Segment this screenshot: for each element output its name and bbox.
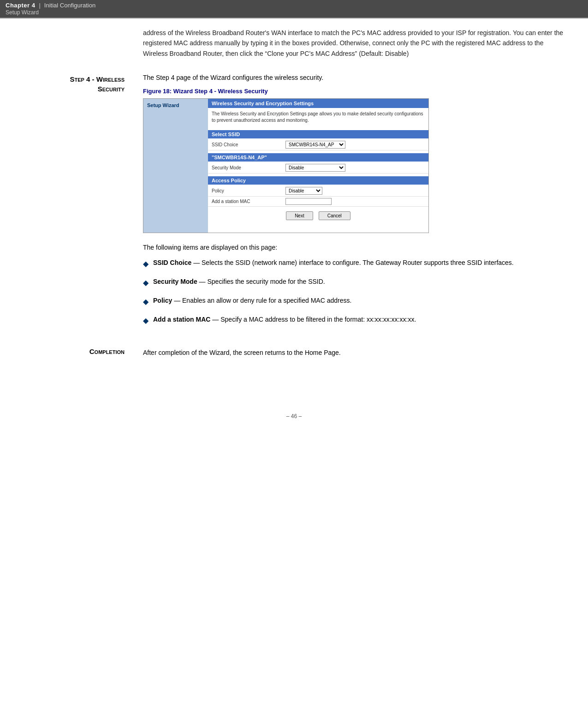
step4-right: The Step 4 page of the Wizard configures…: [134, 72, 588, 334]
wiz-station-mac-label: Add a station MAC: [212, 199, 285, 204]
bullet-term-3: Policy: [153, 297, 172, 304]
wiz-section-header: Wireless Security and Encryption Setting…: [208, 99, 428, 108]
figure-caption: Figure 18: Wizard Step 4 - Wireless Secu…: [143, 88, 570, 95]
wizard-nav-label: Setup Wizard: [147, 102, 179, 108]
wiz-ssid-label: SSID Choice: [212, 142, 285, 147]
wiz-station-mac-row: Add a station MAC: [208, 197, 428, 207]
wiz-ssid-value: SMCWBR14S-N4_AP: [285, 141, 425, 149]
bullet-icon-2: ◆: [143, 277, 148, 288]
completion-label: Completion: [89, 348, 125, 355]
step4-heading-line2: Security: [9, 84, 125, 94]
bullet-desc-2: — Specifies the security mode for the SS…: [199, 278, 325, 285]
station-mac-input[interactable]: [285, 198, 332, 205]
footer-text: – 46 –: [286, 413, 302, 419]
bullet-text-4: Add a station MAC — Specify a MAC addres…: [153, 315, 416, 324]
bullet-desc-4: — Specify a MAC address to be filtered i…: [212, 316, 416, 323]
wiz-policy-row: Policy Disable: [208, 186, 428, 197]
bullet-desc-3: — Enables an allow or deny rule for a sp…: [174, 297, 351, 304]
bullet-icon-4: ◆: [143, 315, 148, 326]
list-item: ◆ SSID Choice — Selects the SSID (networ…: [143, 258, 570, 270]
bullet-text-3: Policy — Enables an allow or deny rule f…: [153, 296, 351, 306]
bullet-icon-1: ◆: [143, 258, 148, 270]
footer: – 46 –: [0, 413, 588, 429]
bullet-desc-1: — Selects the SSID (network name) interf…: [193, 259, 514, 266]
intro-paragraph: address of the Wireless Broadband Router…: [143, 28, 570, 59]
wiz-buttons: Next Cancel: [208, 207, 428, 224]
chapter-label: Chapter 4: [6, 2, 35, 9]
list-item: ◆ Policy — Enables an allow or deny rule…: [143, 296, 570, 307]
header-subtitle: Setup Wizard: [6, 9, 95, 16]
header-text-block: Chapter 4 | Initial Configuration Setup …: [6, 2, 95, 16]
wiz-security-header: "SMCWBR14S-N4_AP": [208, 153, 428, 162]
cancel-button[interactable]: Cancel: [319, 211, 350, 220]
policy-select[interactable]: Disable: [285, 187, 322, 195]
ssid-choice-select[interactable]: SMCWBR14S-N4_AP: [285, 141, 345, 149]
wiz-security-mode-label: Security Mode: [212, 165, 285, 170]
wiz-access-header: Access Policy: [208, 176, 428, 185]
bullet-text-2: Security Mode — Specifies the security m…: [153, 277, 325, 287]
step4-left: Step 4 - Wireless Security: [0, 72, 134, 94]
intro-row: address of the Wireless Broadband Router…: [0, 28, 588, 72]
bullet-term-4: Add a station MAC: [153, 316, 210, 323]
bullet-term-2: Security Mode: [153, 278, 197, 285]
completion-right: After completion of the Wizard, the scre…: [134, 348, 588, 358]
bullet-text-1: SSID Choice — Selects the SSID (network …: [153, 258, 514, 268]
bullet-term-1: SSID Choice: [153, 259, 191, 266]
page-content: address of the Wireless Broadband Router…: [0, 18, 588, 385]
bullet-list: ◆ SSID Choice — Selects the SSID (networ…: [143, 258, 570, 326]
wiz-security-mode-value: Disable: [285, 164, 425, 172]
wizard-nav: Setup Wizard: [143, 99, 208, 233]
wiz-policy-value: Disable: [285, 187, 425, 195]
intro-left: [0, 28, 134, 72]
header-title: Initial Configuration: [44, 2, 95, 9]
wiz-ssid-row: SSID Choice SMCWBR14S-N4_AP: [208, 139, 428, 150]
wizard-screenshot: Setup Wizard Wireless Security and Encry…: [143, 98, 429, 233]
wiz-security-mode-row: Security Mode Disable: [208, 162, 428, 174]
intro-right: address of the Wireless Broadband Router…: [134, 28, 588, 72]
step4-heading: Step 4 - Wireless Security: [9, 72, 125, 94]
step4-row: Step 4 - Wireless Security The Step 4 pa…: [0, 72, 588, 334]
wiz-station-mac-value: [285, 198, 425, 205]
security-mode-select[interactable]: Disable: [285, 164, 345, 172]
following-text: The following items are displayed on thi…: [143, 242, 570, 252]
bullet-icon-3: ◆: [143, 296, 148, 307]
completion-text: After completion of the Wizard, the scre…: [143, 348, 570, 358]
completion-row: Completion After completion of the Wizar…: [0, 348, 588, 358]
completion-left: Completion: [0, 348, 134, 355]
wiz-ssid-header: Select SSID: [208, 130, 428, 138]
step4-heading-line1: Step 4 - Wireless: [9, 74, 125, 84]
header-bar: Chapter 4 | Initial Configuration Setup …: [0, 0, 588, 18]
list-item: ◆ Add a station MAC — Specify a MAC addr…: [143, 315, 570, 326]
wiz-policy-label: Policy: [212, 188, 285, 193]
wiz-desc: The Wireless Security and Encryption Set…: [208, 109, 428, 127]
header-separator: |: [39, 2, 40, 9]
next-button[interactable]: Next: [286, 211, 313, 220]
wizard-sidebar: Setup Wizard Wireless Security and Encry…: [143, 99, 428, 233]
list-item: ◆ Security Mode — Specifies the security…: [143, 277, 570, 288]
wizard-main: Wireless Security and Encryption Setting…: [208, 99, 428, 233]
step4-intro: The Step 4 page of the Wizard configures…: [143, 72, 570, 83]
